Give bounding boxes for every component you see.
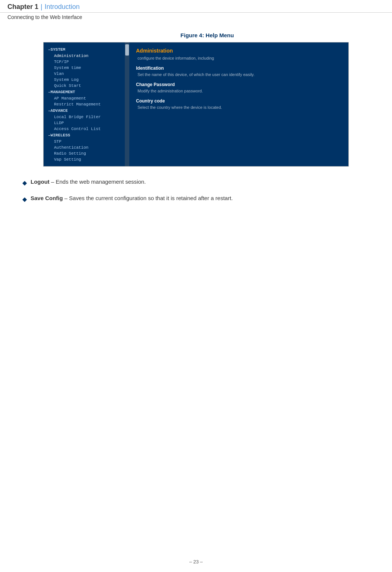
main-content: Figure 4: Help Menu –SYSTEMAdministratio… [0,25,392,226]
page-number: – 23 – [189,559,203,565]
content-panel: Administration configure the device info… [129,42,348,166]
nav-section-header: –SYSTEM [44,46,129,53]
content-sub-title: Change Password [136,82,342,87]
bullet-text: Save Config – Saves the current configur… [31,194,233,203]
bullet-diamond-icon: ◆ [22,178,27,187]
nav-item[interactable]: Authentication [44,145,129,151]
nav-section-header: –ADVANCE [44,107,129,114]
nav-item[interactable]: System time [44,65,129,71]
nav-item[interactable]: Access Control List [44,126,129,132]
content-sub-title: Identification [136,66,342,71]
intro-label: Introduction [45,3,80,11]
content-main-desc: configure the device information, includ… [136,56,342,60]
bullet-diamond-icon: ◆ [22,195,27,204]
nav-item[interactable]: System Log [44,77,129,83]
content-sub-desc: Modify the administration password. [136,89,342,93]
page-subtitle: Connecting to the Web Interface [0,13,392,25]
list-item: ◆Save Config – Saves the current configu… [22,194,370,204]
nav-item[interactable]: STP [44,139,129,145]
nav-item[interactable]: Restrict Management [44,101,129,107]
list-item: ◆Logout – Ends the web management sessio… [22,178,370,187]
figure-title: Figure 4: Help Menu [45,32,370,38]
page-footer: – 23 – [0,559,392,565]
nav-item[interactable]: TCP/IP [44,59,129,65]
header-separator: | [41,3,42,11]
nav-item[interactable]: AP Management [44,95,129,101]
content-sub-desc: Select the country where the device is l… [136,105,342,110]
content-sub-title: Country code [136,98,342,104]
nav-item[interactable]: Radio Setting [44,151,129,157]
nav-panel: –SYSTEMAdministrationTCP/IPSystem timeVl… [44,42,129,166]
nav-section-header: –MANAGEMENT [44,89,129,95]
content-sub-desc: Set the name of this device, of which th… [136,72,342,77]
chapter-label: Chapter 1 [7,3,38,11]
nav-item[interactable]: LLDP [44,120,129,126]
bullet-list: ◆Logout – Ends the web management sessio… [22,178,370,204]
nav-item[interactable]: Vlan [44,71,129,77]
bullet-text: Logout – Ends the web management session… [31,178,146,186]
figure-container: –SYSTEMAdministrationTCP/IPSystem timeVl… [43,42,349,167]
page-header: Chapter 1 | Introduction [0,0,392,13]
nav-item[interactable]: Local Bridge Filter [44,114,129,120]
scroll-thumb [125,44,129,56]
nav-item[interactable]: Administration [44,53,129,59]
nav-scrollbar[interactable] [125,42,129,166]
nav-item[interactable]: Vap Setting [44,157,129,162]
content-main-title: Administration [136,48,342,54]
nav-section-header: –WIRELESS [44,132,129,139]
nav-item[interactable]: Quick Start [44,83,129,89]
